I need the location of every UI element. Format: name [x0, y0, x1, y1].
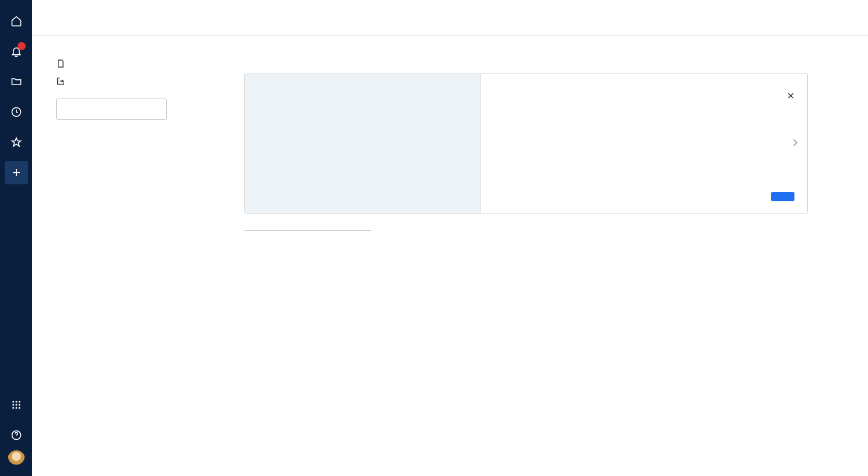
search-input[interactable]: [62, 104, 165, 114]
help-icon[interactable]: [5, 424, 28, 447]
svg-point-5: [15, 404, 17, 406]
home-icon[interactable]: [5, 9, 28, 33]
results-area: ✕: [244, 47, 850, 231]
svg-point-8: [15, 407, 17, 409]
svg-point-7: [12, 407, 14, 409]
nav-rail: [0, 0, 32, 476]
template-card[interactable]: [244, 230, 371, 231]
create-action[interactable]: [56, 57, 225, 71]
user-avatar[interactable]: [8, 450, 25, 468]
notification-badge: [18, 42, 26, 50]
favorites-icon[interactable]: [5, 131, 28, 154]
template-preview-image: [245, 74, 481, 213]
solution-sidebar: [56, 50, 225, 136]
next-arrow-icon[interactable]: [790, 138, 800, 150]
apps-icon[interactable]: [5, 393, 28, 416]
template-card-row-2: [244, 230, 850, 231]
svg-point-9: [18, 407, 20, 409]
search-box[interactable]: [56, 99, 167, 120]
notifications-icon[interactable]: [5, 40, 28, 63]
import-action[interactable]: [56, 74, 225, 88]
template-detail-panel: ✕: [244, 74, 808, 214]
use-button[interactable]: [771, 192, 794, 201]
header-divider: [32, 35, 868, 36]
recents-icon[interactable]: [5, 100, 28, 124]
svg-point-2: [15, 401, 17, 402]
add-button[interactable]: [5, 161, 28, 184]
close-icon[interactable]: ✕: [787, 90, 794, 102]
svg-point-4: [12, 404, 14, 406]
svg-point-1: [12, 401, 14, 402]
svg-point-3: [18, 401, 20, 402]
folder-icon[interactable]: [5, 70, 28, 93]
svg-point-6: [18, 404, 20, 406]
